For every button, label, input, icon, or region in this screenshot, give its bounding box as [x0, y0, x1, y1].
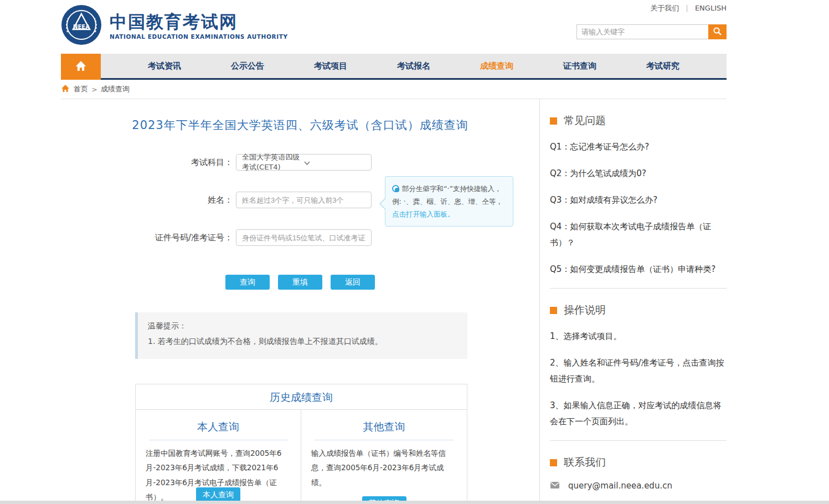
nav-item-score-query[interactable]: 成绩查询: [480, 61, 513, 71]
subject-select-value: 全国大学英语四级考试(CET4): [242, 152, 304, 172]
nav-item-certificate-query[interactable]: 证书查询: [563, 61, 596, 71]
faq-section: 常见问题 Q1：忘记准考证号怎么办? Q2：为什么笔试成绩为0? Q3：如对成绩…: [550, 99, 727, 289]
id-input[interactable]: [236, 229, 372, 246]
breadcrumb: 首页 > 成绩查询: [61, 80, 727, 99]
orange-square-icon: [550, 307, 557, 314]
breadcrumb-separator: >: [91, 85, 97, 94]
nav-home-button[interactable]: [61, 54, 101, 80]
faq-item-4[interactable]: Q4：如何获取本次考试电子成绩报告单（证书）？: [550, 219, 727, 251]
nav-item-registration[interactable]: 考试报名: [397, 61, 430, 71]
nav-item-exam-news[interactable]: 考试资讯: [148, 61, 181, 71]
nav-item-exam-research[interactable]: 考试研究: [646, 61, 679, 71]
about-us-link[interactable]: 关于我们: [650, 4, 679, 12]
home-icon: [75, 60, 87, 74]
subject-row: 考试科目： 全国大学英语四级考试(CET4): [61, 154, 539, 171]
contact-email[interactable]: query@mail.neea.edu.cn: [568, 481, 672, 491]
radio-selected-icon: [392, 185, 399, 192]
contact-heading: 联系我们: [550, 455, 727, 470]
rare-character-tooltip: 部分生僻字和“·”支持快捷输入，例: ·、龚、栶、䜣、恖、璔、仝等，点击打开输入…: [385, 176, 513, 227]
search-box: [576, 24, 727, 39]
notice-line: 1. 若考生的口试成绩为不合格，则成绩报告单上不报道其口试成绩。: [148, 337, 457, 347]
faq-heading: 常见问题: [550, 114, 727, 128]
name-label: 姓名：: [61, 192, 233, 208]
breadcrumb-home-link[interactable]: 首页: [74, 84, 88, 94]
breadcrumb-home-icon: [61, 84, 70, 94]
self-query-column: 本人查询 注册中国教育考试网账号，查询2005年6月-2023年6月考试成绩，下…: [136, 410, 301, 504]
nav-items: 考试资讯 公示公告 考试项目 考试报名 成绩查询 证书查询 考试研究: [101, 54, 727, 78]
chevron-down-icon: [304, 158, 366, 167]
nav-item-exam-programs[interactable]: 考试项目: [314, 61, 347, 71]
site-title: 中国教育考试网: [110, 12, 288, 31]
page-title: 2023年下半年全国大学英语四、六级考试（含口试）成绩查询: [61, 117, 539, 133]
tooltip-text: 部分生僻字和“·”支持快捷输入，例: ·、龚、栶、䜣、恖、璔、仝等，: [392, 184, 503, 205]
reset-button[interactable]: 重填: [278, 275, 322, 290]
other-query-title: 其他查询: [315, 420, 454, 440]
site-subtitle: NATIONAL EDUCATION EXAMINATIONS AUTHORIT…: [110, 33, 288, 40]
sidebar: 常见问题 Q1：忘记准考证号怎么办? Q2：为什么笔试成绩为0? Q3：如对成绩…: [540, 99, 727, 504]
english-link[interactable]: ENGLISH: [695, 4, 727, 12]
instruction-step-3: 3、如果输入信息正确，对应考试的成绩信息将会在下一个页面列出。: [550, 398, 727, 430]
top-links: 关于我们 | ENGLISH: [650, 3, 727, 13]
faq-item-2[interactable]: Q2：为什么笔试成绩为0?: [550, 166, 727, 182]
name-row: 姓名： 部分生僻字和“·”支持快捷输入，例: ·、龚、栶、䜣、恖、璔、仝等，点击…: [61, 192, 539, 208]
query-button[interactable]: 查询: [225, 275, 270, 290]
subject-label: 考试科目：: [61, 154, 233, 171]
footer-strip: [0, 501, 829, 504]
name-input[interactable]: [236, 192, 372, 208]
orange-square-icon: [550, 459, 557, 466]
top-links-separator: |: [686, 4, 688, 12]
instruction-step-1: 1、选择考试项目。: [550, 328, 727, 344]
instructions-section: 操作说明 1、选择考试项目。 2、输入姓名和证件号码/准考证号，点击查询按钮进行…: [550, 289, 727, 441]
header: NEEA 中国教育考试网 NATIONAL EDUCATION EXAMINAT…: [61, 0, 727, 54]
search-icon: [713, 27, 722, 38]
id-row: 证件号码/准考证号：: [61, 229, 539, 246]
notice-title: 温馨提示：: [148, 321, 457, 331]
other-query-text: 输入成绩报告单（证书）编号和姓名等信息，查询2005年6月-2023年6月考试成…: [311, 446, 457, 490]
instructions-heading: 操作说明: [550, 303, 727, 317]
other-query-column: 其他查询 输入成绩报告单（证书）编号和姓名等信息，查询2005年6月-2023年…: [301, 410, 467, 504]
history-query-panel: 历史成绩查询 本人查询 注册中国教育考试网账号，查询2005年6月-2023年6…: [135, 384, 467, 504]
contact-email-row: query@mail.neea.edu.cn: [550, 481, 727, 491]
site-logo[interactable]: NEEA 中国教育考试网 NATIONAL EDUCATION EXAMINAT…: [61, 4, 288, 48]
envelope-icon: [550, 481, 560, 491]
notice-box: 温馨提示： 1. 若考生的口试成绩为不合格，则成绩报告单上不报道其口试成绩。: [135, 312, 467, 359]
faq-item-1[interactable]: Q1：忘记准考证号怎么办?: [550, 139, 727, 155]
instruction-step-2: 2、输入姓名和证件号码/准考证号，点击查询按钮进行查询。: [550, 355, 727, 387]
main-content: 2023年下半年全国大学英语四、六级考试（含口试）成绩查询 考试科目： 全国大学…: [61, 99, 540, 504]
page-container: NEEA 中国教育考试网 NATIONAL EDUCATION EXAMINAT…: [61, 0, 727, 504]
search-input[interactable]: [576, 24, 708, 39]
faq-item-5[interactable]: Q5：如何变更成绩报告单（证书）申请种类?: [550, 261, 727, 277]
score-query-form: 考试科目： 全国大学英语四级考试(CET4) 姓名：: [61, 154, 539, 246]
self-query-title: 本人查询: [149, 420, 287, 440]
open-input-panel-link[interactable]: 点击打开输入面板。: [392, 210, 455, 218]
back-button[interactable]: 返回: [331, 275, 375, 290]
svg-text:NEEA: NEEA: [73, 24, 90, 30]
subject-select[interactable]: 全国大学英语四级考试(CET4): [236, 154, 372, 171]
search-button[interactable]: [708, 24, 727, 39]
orange-square-icon: [550, 117, 557, 125]
id-label: 证件号码/准考证号：: [61, 229, 233, 246]
breadcrumb-current: 成绩查询: [101, 84, 130, 94]
faq-item-3[interactable]: Q3：如对成绩有异议怎么办?: [550, 192, 727, 208]
main-nav: 考试资讯 公示公告 考试项目 考试报名 成绩查询 证书查询 考试研究: [61, 54, 727, 80]
form-buttons: 查询 重填 返回: [61, 275, 539, 290]
nav-item-announcements[interactable]: 公示公告: [231, 61, 264, 71]
contact-section: 联系我们 query@mail.neea.edu.cn: [550, 441, 727, 504]
history-title: 历史成绩查询: [136, 384, 467, 410]
neea-emblem-icon: NEEA: [61, 4, 102, 48]
